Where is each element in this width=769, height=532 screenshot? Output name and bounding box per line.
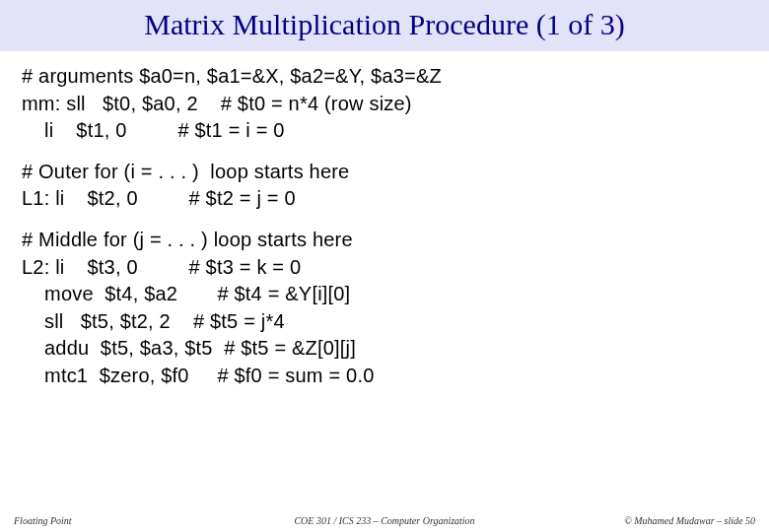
- code-listing: # arguments $a0=n, $a1=&X, $a2=&Y, $a3=&…: [22, 63, 747, 145]
- code-listing: # Outer for (i = . . . ) loop starts her…: [22, 159, 747, 213]
- code-line: # arguments $a0=n, $a1=&X, $a2=&Y, $a3=&…: [22, 65, 442, 87]
- code-line: move $t4, $a2 # $t4 = &Y[i][0]: [22, 283, 350, 304]
- footer-center: COE 301 / ICS 233 – Computer Organizatio…: [294, 515, 474, 526]
- code-line: mm: sll $t0, $a0, 2 # $t0 = n*4 (row siz…: [22, 93, 412, 114]
- code-line: mtc1 $zero, $f0 # $f0 = sum = 0.0: [22, 365, 374, 386]
- footer-right: © Muhamed Mudawar – slide 50: [624, 515, 755, 526]
- code-line: # Outer for (i = . . . ) loop starts her…: [22, 161, 349, 182]
- code-line: L2: li $t3, 0 # $t3 = k = 0: [22, 256, 301, 278]
- footer-left: Floating Point: [14, 515, 72, 526]
- code-line: # Middle for (j = . . . ) loop starts he…: [22, 229, 353, 250]
- code-listing: # Middle for (j = . . . ) loop starts he…: [22, 227, 747, 390]
- code-line: sll $t5, $t2, 2 # $t5 = j*4: [22, 310, 285, 332]
- slide-title: Matrix Multiplication Procedure (1 of 3): [0, 8, 769, 41]
- code-line: li $t1, 0 # $t1 = i = 0: [22, 119, 285, 141]
- slide-footer: Floating Point COE 301 / ICS 233 – Compu…: [0, 515, 769, 526]
- code-line: L1: li $t2, 0 # $t2 = j = 0: [22, 187, 296, 209]
- slide-content: # arguments $a0=n, $a1=&X, $a2=&Y, $a3=&…: [0, 51, 769, 390]
- title-bar: Matrix Multiplication Procedure (1 of 3): [0, 0, 769, 51]
- code-line: addu $t5, $a3, $t5 # $t5 = &Z[0][j]: [22, 337, 356, 359]
